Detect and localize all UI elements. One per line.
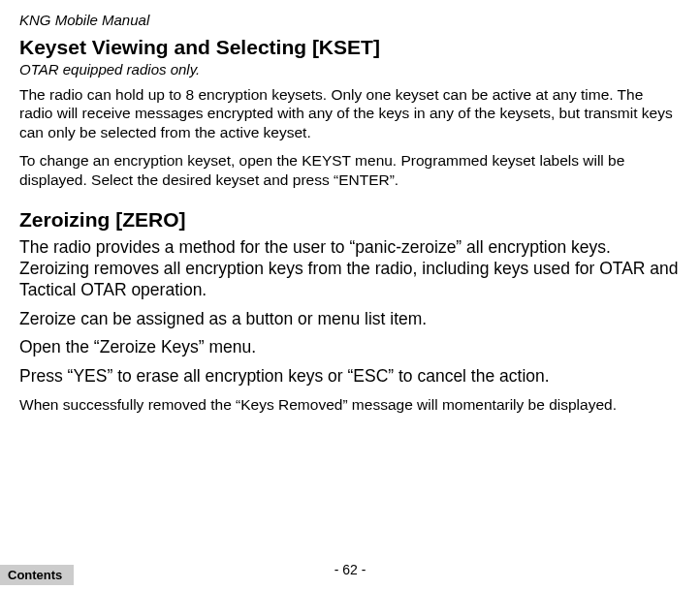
page-number: - 62 -	[334, 562, 366, 577]
para-zero-1: The radio provides a method for the user…	[19, 237, 681, 301]
document-header: KNG Mobile Manual	[19, 12, 681, 28]
section-subtitle-kset: OTAR equipped radios only.	[19, 61, 681, 78]
contents-button[interactable]: Contents	[0, 565, 74, 585]
footer: - 62 - Contents	[0, 562, 700, 581]
section-heading-zero: Zeroizing [ZERO]	[19, 208, 681, 232]
para-zero-4: Press “YES” to erase all encryption keys…	[19, 366, 681, 388]
para-kset-2: To change an encryption keyset, open the…	[19, 151, 681, 189]
para-zero-2: Zeroize can be assigned as a button or m…	[19, 309, 681, 330]
para-kset-1: The radio can hold up to 8 encryption ke…	[19, 85, 681, 141]
para-zero-5: When successfully removed the “Keys Remo…	[19, 395, 681, 414]
section-heading-kset: Keyset Viewing and Selecting [KSET]	[19, 36, 681, 59]
para-zero-3: Open the “Zeroize Keys” menu.	[19, 337, 681, 358]
